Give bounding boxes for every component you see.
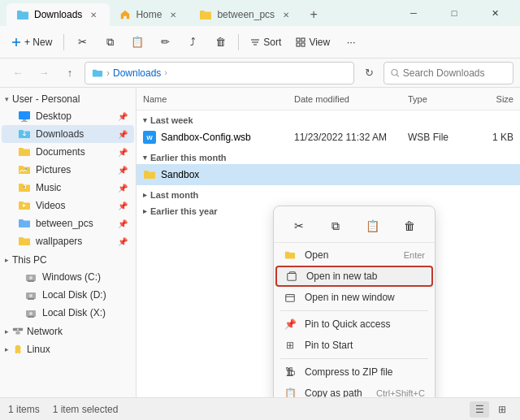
ctx-open-new-window-label: Open in new window bbox=[305, 292, 395, 303]
tab-downloads[interactable]: Downloads ✕ bbox=[6, 3, 110, 26]
status-selected-count: 1 item selected bbox=[53, 404, 119, 415]
ctx-open-new-tab-label: Open in new tab bbox=[306, 271, 377, 282]
sidebar-label-between-pcs: between_pcs bbox=[36, 218, 93, 229]
sidebar-item-pictures[interactable]: Pictures 📌 bbox=[2, 161, 134, 179]
svg-rect-3 bbox=[301, 43, 305, 46]
new-button[interactable]: + New bbox=[5, 29, 58, 55]
ctx-open-new-tab[interactable]: Open in new tab bbox=[275, 266, 433, 287]
maximize-button[interactable]: □ bbox=[436, 0, 473, 26]
cut-button[interactable]: ✂ bbox=[69, 29, 95, 55]
sidebar-section-network: ▸ Network bbox=[0, 323, 136, 340]
sidebar-item-local-d[interactable]: Local Disk (D:) bbox=[2, 286, 134, 304]
rename-button[interactable]: ✏ bbox=[152, 29, 178, 55]
zip-icon: 🗜 bbox=[284, 366, 297, 379]
pin-icon-music: 📌 bbox=[118, 184, 128, 193]
drive-d-icon bbox=[24, 288, 37, 301]
close-button[interactable]: ✕ bbox=[476, 0, 514, 26]
ctx-compress-zip[interactable]: 🗜 Compress to ZIP file bbox=[274, 362, 435, 383]
up-button[interactable]: ↑ bbox=[58, 62, 81, 84]
ctx-pin-start[interactable]: ⊞ Pin to Start bbox=[274, 335, 435, 356]
grid-view-button[interactable]: ⊞ bbox=[492, 401, 512, 418]
svg-point-17 bbox=[29, 312, 32, 315]
sort-icon bbox=[250, 37, 260, 47]
ctx-copy-path-button[interactable]: 📋 bbox=[360, 214, 386, 237]
sidebar-header-user[interactable]: ▾ User - Personal bbox=[0, 91, 136, 107]
ctx-copy-button[interactable]: ⧉ bbox=[323, 214, 349, 237]
sidebar-item-between-pcs[interactable]: between_pcs 📌 bbox=[2, 214, 134, 232]
chevron-down-icon: ▾ bbox=[5, 95, 9, 103]
tab-downloads-close[interactable]: ✕ bbox=[87, 8, 100, 21]
tab-between-pcs[interactable]: between_pcs ✕ bbox=[189, 3, 302, 26]
sidebar-label-local-d: Local Disk (D:) bbox=[42, 289, 106, 301]
view-toggle: ☰ ⊞ bbox=[470, 401, 512, 418]
sidebar: ▾ User - Personal Desktop 📌 Downloads 📌 bbox=[0, 88, 136, 397]
sidebar-item-music[interactable]: Music 📌 bbox=[2, 179, 134, 197]
folder-between-icon bbox=[18, 217, 31, 230]
copy-button[interactable]: ⧉ bbox=[97, 29, 123, 55]
ctx-pin-quick[interactable]: 📌 Pin to Quick access bbox=[274, 314, 435, 335]
ctx-pin-start-label: Pin to Start bbox=[305, 340, 353, 351]
sidebar-item-documents[interactable]: Documents 📌 bbox=[2, 143, 134, 161]
tab-home-close[interactable]: ✕ bbox=[167, 8, 180, 21]
breadcrumb[interactable]: › Downloads › bbox=[84, 62, 354, 84]
pin-start-icon: ⊞ bbox=[284, 339, 297, 352]
ctx-open[interactable]: Open Enter bbox=[274, 245, 435, 266]
new-tab-button[interactable]: + bbox=[302, 3, 325, 26]
sidebar-item-windows-c[interactable]: Windows (C:) bbox=[2, 268, 134, 286]
toolbar-sep-2 bbox=[238, 34, 239, 50]
forward-button[interactable]: → bbox=[32, 62, 55, 84]
sidebar-header-linux[interactable]: ▸ Linux bbox=[0, 341, 136, 357]
sidebar-this-pc-label: This PC bbox=[12, 254, 47, 266]
breadcrumb-item-downloads[interactable]: Downloads bbox=[113, 67, 161, 79]
sidebar-section-user: ▾ User - Personal Desktop 📌 Downloads 📌 bbox=[0, 91, 136, 250]
sort-button[interactable]: Sort bbox=[244, 29, 288, 55]
svg-rect-1 bbox=[301, 38, 305, 41]
view-button[interactable]: View bbox=[289, 29, 336, 55]
svg-point-14 bbox=[29, 294, 32, 297]
context-menu: ✂ ⧉ 📋 🗑 Open Enter bbox=[273, 206, 436, 397]
sidebar-label-music: Music bbox=[36, 182, 61, 193]
title-bar: Downloads ✕ Home ✕ between_pcs ✕ + ─ □ ✕ bbox=[0, 0, 520, 26]
ctx-open-new-window[interactable]: Open in new window bbox=[274, 287, 435, 308]
search-box[interactable] bbox=[384, 62, 514, 84]
open-folder-icon bbox=[284, 249, 297, 262]
drive-icon bbox=[24, 271, 37, 284]
more-button[interactable]: ··· bbox=[338, 29, 364, 55]
sidebar-item-videos[interactable]: Videos 📌 bbox=[2, 197, 134, 214]
view-icon bbox=[296, 37, 306, 47]
ctx-sep-2 bbox=[280, 358, 428, 359]
search-input[interactable] bbox=[403, 67, 506, 79]
svg-point-20 bbox=[17, 329, 19, 331]
context-menu-overlay: ✂ ⧉ 📋 🗑 Open Enter bbox=[136, 88, 520, 397]
paste-button[interactable]: 📋 bbox=[124, 29, 150, 55]
sidebar-item-downloads[interactable]: Downloads 📌 bbox=[2, 125, 134, 143]
back-button[interactable]: ← bbox=[6, 62, 29, 84]
ctx-copy-path[interactable]: 📋 Copy as path Ctrl+Shift+C bbox=[274, 383, 435, 397]
tab-between-pcs-close[interactable]: ✕ bbox=[280, 8, 292, 21]
ctx-cut-button[interactable]: ✂ bbox=[286, 214, 312, 237]
sidebar-item-wallpapers[interactable]: wallpapers 📌 bbox=[2, 232, 134, 250]
svg-rect-5 bbox=[19, 111, 30, 119]
sort-label: Sort bbox=[263, 37, 281, 48]
delete-button[interactable]: 🗑 bbox=[207, 29, 233, 55]
list-view-button[interactable]: ☰ bbox=[470, 401, 489, 418]
sidebar-user-label: User - Personal bbox=[12, 93, 80, 105]
context-menu-toolbar: ✂ ⧉ 📋 🗑 bbox=[274, 210, 435, 243]
svg-rect-0 bbox=[297, 38, 300, 41]
pin-quick-icon: 📌 bbox=[284, 318, 297, 331]
folder-wallpapers-icon bbox=[18, 235, 31, 248]
svg-point-22 bbox=[15, 349, 19, 353]
tab-home[interactable]: Home ✕ bbox=[110, 3, 189, 26]
sidebar-item-local-x[interactable]: Local Disk (X:) bbox=[2, 304, 134, 322]
share-button[interactable]: ⤴ bbox=[180, 29, 206, 55]
sidebar-header-this-pc[interactable]: ▸ This PC bbox=[0, 252, 136, 268]
home-icon bbox=[119, 9, 131, 20]
refresh-button[interactable]: ↻ bbox=[358, 62, 380, 84]
ctx-delete-button[interactable]: 🗑 bbox=[396, 214, 422, 237]
sidebar-item-desktop[interactable]: Desktop 📌 bbox=[2, 107, 134, 125]
sidebar-header-network[interactable]: ▸ Network bbox=[0, 323, 136, 340]
minimize-button[interactable]: ─ bbox=[395, 0, 432, 26]
folder-open-icon bbox=[199, 8, 212, 21]
breadcrumb-chevron: › bbox=[164, 68, 167, 77]
svg-rect-2 bbox=[297, 43, 300, 46]
